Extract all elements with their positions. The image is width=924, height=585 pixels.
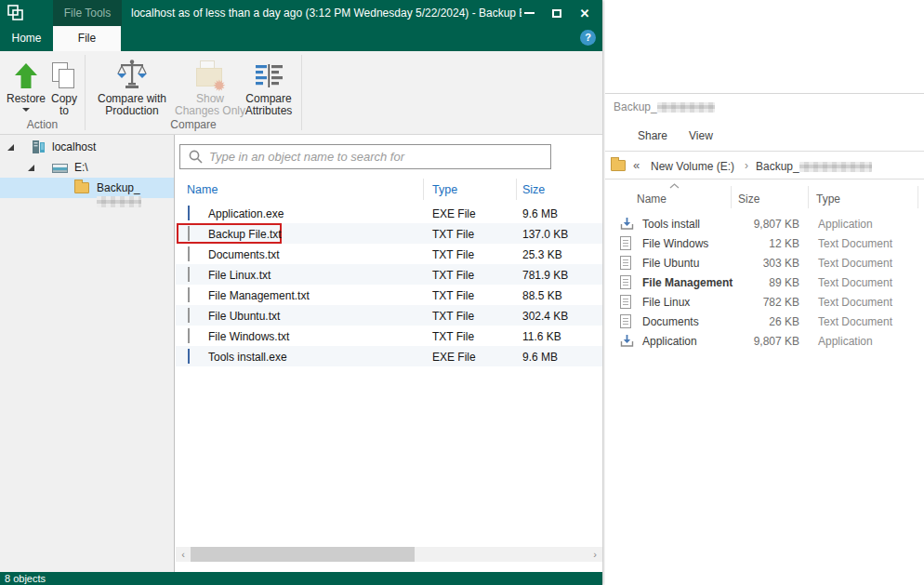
copy-to-icon	[46, 56, 82, 90]
tree-item-localhost[interactable]: localhost	[0, 137, 174, 157]
compare-with-production-button[interactable]: Compare with Production	[90, 56, 174, 117]
exe-file-icon	[188, 206, 190, 220]
file-name: File Ubuntu.txt	[208, 310, 280, 323]
exe-file-icon	[188, 349, 190, 364]
file-size: 302.4 KB	[522, 310, 568, 323]
table-row[interactable]: Application.exe EXE File 9.6 MB	[176, 203, 602, 223]
list-item[interactable]: File Management 89 KB Text Document	[605, 273, 924, 292]
explorer-file-rows: Tools install 9,807 KB Application File …	[605, 214, 924, 351]
column-header-name[interactable]: Name	[637, 193, 667, 206]
txt-file-icon	[620, 236, 631, 250]
table-row[interactable]: Documents.txt TXT File 25.3 KB	[176, 244, 602, 264]
table-row-highlighted[interactable]: Backup File.txt TXT File 137.0 KB	[176, 223, 602, 244]
search-box[interactable]	[179, 144, 551, 169]
column-header-type[interactable]: Type	[432, 183, 457, 196]
breadcrumb-current-folder[interactable]: Backup_	[756, 160, 872, 173]
list-item[interactable]: File Windows 12 KB Text Document	[605, 233, 924, 253]
list-item[interactable]: Application 9,807 KB Application	[605, 331, 924, 351]
ribbon-group-separator	[301, 55, 302, 130]
close-icon: ✕	[580, 7, 590, 20]
column-separator[interactable]	[516, 179, 517, 200]
file-name: Application	[642, 335, 697, 348]
restore-button[interactable]: Restore	[6, 56, 46, 112]
search-input[interactable]	[209, 150, 550, 164]
close-button[interactable]: ✕	[571, 0, 599, 26]
list-item[interactable]: Tools install 9,807 KB Application	[605, 214, 924, 233]
file-size: 9.6 MB	[522, 351, 558, 364]
address-bar[interactable]: « New Volume (E:) › Backup_	[605, 151, 924, 179]
column-header-type[interactable]: Type	[816, 193, 840, 206]
file-name: File Linux.txt	[208, 269, 271, 282]
txt-file-icon	[188, 267, 190, 282]
scrollbar-thumb[interactable]	[191, 547, 415, 562]
table-row[interactable]: File Windows.txt TXT File 11.6 KB	[176, 326, 602, 346]
scroll-left-icon[interactable]: ‹	[176, 547, 191, 562]
folder-icon	[74, 182, 89, 193]
explorer-tab-share[interactable]: Share	[638, 129, 667, 142]
copy-to-button[interactable]: Copy to	[46, 56, 82, 117]
tree-expander-icon[interactable]	[28, 165, 34, 171]
file-type: EXE File	[432, 351, 476, 364]
txt-file-icon	[188, 328, 190, 343]
compare-attributes-button[interactable]: Compare Attributes	[240, 56, 297, 117]
contextual-tab-file-tools[interactable]: File Tools	[53, 0, 122, 26]
breadcrumb-separator-icon: ›	[745, 159, 748, 172]
list-item[interactable]: Documents 26 KB Text Document	[605, 312, 924, 331]
file-type: Text Document	[818, 315, 892, 328]
list-item[interactable]: File Ubuntu 303 KB Text Document	[605, 253, 924, 273]
column-separator[interactable]	[423, 179, 424, 200]
table-row[interactable]: File Linux.txt TXT File 781.9 KB	[176, 264, 602, 285]
txt-file-icon	[620, 256, 631, 270]
file-type: Application	[818, 218, 873, 231]
file-name: Tools install.exe	[208, 351, 287, 364]
table-row[interactable]: Tools install.exe EXE File 9.6 MB	[176, 346, 602, 366]
file-size: 25.3 KB	[522, 248, 562, 261]
file-name: File Windows	[642, 237, 708, 250]
compare-attributes-icon	[240, 56, 297, 90]
title-bar: File Tools localhost as of less than a d…	[0, 0, 602, 26]
list-item[interactable]: File Linux 782 KB Text Document	[605, 292, 924, 312]
txt-file-icon	[188, 308, 190, 323]
restore-dropdown-caret[interactable]	[22, 108, 30, 112]
file-name: Documents.txt	[208, 248, 280, 261]
table-row[interactable]: File Management.txt TXT File 88.5 KB	[176, 285, 602, 305]
compare-with-production-label: Compare with Production	[90, 93, 174, 117]
scroll-right-icon[interactable]: ›	[587, 547, 602, 562]
tree-item-backup-folder[interactable]: Backup_	[0, 178, 174, 198]
file-name: Backup File.txt	[208, 228, 282, 241]
txt-file-icon	[620, 275, 631, 289]
column-header-size[interactable]: Size	[522, 183, 545, 196]
file-name: Tools install	[642, 218, 700, 231]
breadcrumb-collapse-chevrons[interactable]: «	[633, 158, 640, 172]
breadcrumb-root[interactable]: New Volume (E:)	[651, 160, 734, 173]
window-title: localhost as of less than a day ago (3:1…	[131, 0, 521, 26]
redacted-text	[97, 196, 141, 207]
help-button[interactable]: ?	[580, 30, 596, 46]
maximize-button[interactable]	[543, 0, 571, 26]
ribbon-group-compare-label: Compare	[86, 118, 301, 131]
explorer-tab-view[interactable]: View	[689, 129, 713, 142]
column-header-name[interactable]: Name	[187, 183, 218, 196]
show-changes-only-button: ✹ Show Changes Only	[173, 56, 247, 117]
tab-home[interactable]: Home	[0, 26, 53, 51]
column-separator[interactable]	[731, 186, 732, 208]
table-row[interactable]: File Ubuntu.txt TXT File 302.4 KB	[176, 305, 602, 326]
minimize-button[interactable]	[515, 0, 543, 26]
redacted-text	[799, 162, 872, 172]
tab-file[interactable]: File	[53, 26, 121, 51]
horizontal-scrollbar[interactable]: ‹ ›	[176, 547, 602, 562]
tree-expander-icon[interactable]	[7, 144, 14, 151]
file-name: File Management	[642, 276, 733, 289]
file-size: 89 KB	[726, 276, 799, 289]
txt-file-icon	[620, 295, 631, 309]
copy-to-label: Copy to	[46, 93, 82, 117]
file-type: TXT File	[432, 310, 474, 323]
column-separator[interactable]	[808, 186, 809, 208]
file-size: 9,807 KB	[726, 335, 799, 348]
tree-item-drive-e[interactable]: E:\	[0, 157, 174, 178]
column-separator[interactable]	[917, 186, 918, 208]
file-type: EXE File	[432, 207, 476, 220]
status-bar: 8 objects	[0, 572, 602, 585]
installer-file-icon	[620, 334, 634, 348]
column-header-size[interactable]: Size	[738, 193, 759, 206]
